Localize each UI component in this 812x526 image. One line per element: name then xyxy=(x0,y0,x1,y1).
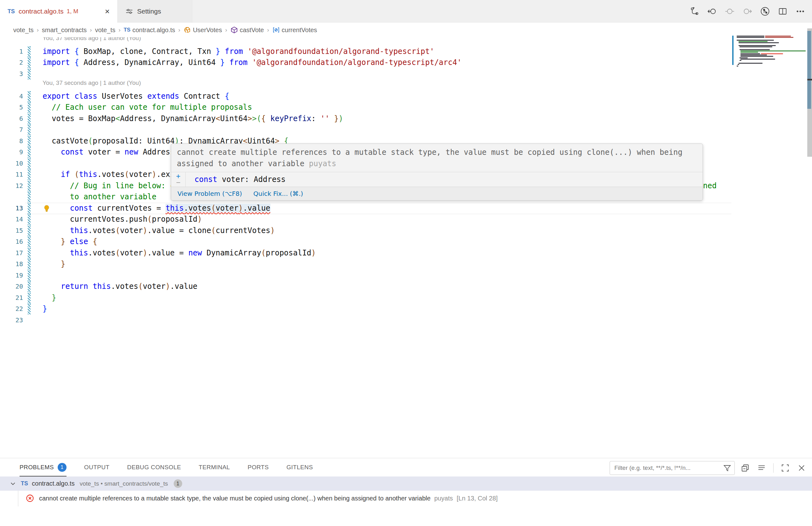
minimap-line xyxy=(740,51,806,52)
breadcrumb-label: smart_contracts xyxy=(42,27,87,34)
code-line-20[interactable]: 20 return this.votes(voter).value xyxy=(0,281,731,292)
line-number[interactable]: 5 xyxy=(0,102,23,113)
code-line-22[interactable]: 22} xyxy=(0,303,731,315)
symbol-method-icon xyxy=(230,26,238,34)
more-actions-icon[interactable] xyxy=(794,5,807,18)
tab-problem-decoration: 1, M xyxy=(67,8,78,15)
gutter-modified-indicator xyxy=(28,237,31,247)
gutter-modified-indicator xyxy=(28,158,31,169)
panel-tab-debug-console[interactable]: DEBUG CONSOLE xyxy=(127,458,181,477)
breadcrumb-item-castVote[interactable]: ›castVote xyxy=(222,26,264,34)
code-line-14[interactable]: 14 currentVotes.push(proposalId) xyxy=(0,214,731,225)
breadcrumb-item-currentVotes[interactable]: ›currentVotes xyxy=(264,26,317,34)
panel-tab-gitlens[interactable]: GITLENS xyxy=(287,458,313,477)
breadcrumb-separator: › xyxy=(267,27,269,33)
source-control-compare-icon[interactable] xyxy=(688,5,701,18)
minimap[interactable] xyxy=(735,35,806,76)
maximize-panel-icon[interactable] xyxy=(779,461,792,474)
line-number[interactable]: 19 xyxy=(0,270,23,281)
problems-error-row[interactable]: cannot create multiple references to a m… xyxy=(0,491,812,506)
line-number[interactable]: 16 xyxy=(0,236,23,247)
breadcrumb-item-vote_ts[interactable]: vote_ts xyxy=(13,27,33,34)
code-line-21[interactable]: 21 } xyxy=(0,292,731,304)
line-number[interactable]: 20 xyxy=(0,281,23,292)
error-message: cannot create multiple references to a m… xyxy=(39,495,431,502)
line-number[interactable]: 10 xyxy=(0,158,23,169)
tab-contract-algo-ts[interactable]: TS contract.algo.ts 1, M × xyxy=(0,0,117,23)
view-problem-link[interactable]: View Problem (⌥F8) xyxy=(177,190,242,197)
code-editor[interactable]: You, 37 seconds ago | 1 author (You)1imp… xyxy=(0,37,812,458)
line-number[interactable]: 2 xyxy=(0,57,23,68)
breadcrumb-item-smart_contracts[interactable]: ›smart_contracts xyxy=(33,27,87,34)
view-as-table-icon[interactable] xyxy=(755,461,768,474)
filter-input[interactable] xyxy=(614,465,723,471)
line-number[interactable]: 7 xyxy=(0,124,23,136)
typescript-file-icon: TS xyxy=(8,8,15,15)
code-text: // Each user can vote for multiple propo… xyxy=(43,102,252,113)
line-number[interactable]: 12 xyxy=(0,180,23,192)
commit-graph-icon[interactable] xyxy=(758,5,772,18)
line-number[interactable]: 21 xyxy=(0,292,23,304)
breadcrumb-separator: › xyxy=(90,27,92,33)
problems-filter[interactable] xyxy=(610,461,735,475)
minimap-line xyxy=(738,64,739,65)
panel-tab-ports[interactable]: PORTS xyxy=(248,458,269,477)
code-line-2[interactable]: 2import { Address, DynamicArray, Uint64 … xyxy=(0,57,731,68)
error-squiggle-span[interactable]: this.votes(voter).value xyxy=(165,204,270,213)
symbol-class-icon xyxy=(184,26,191,34)
code-line-6[interactable]: 6 votes = BoxMap<Address, DynamicArray<U… xyxy=(0,113,731,125)
quick-fix-link[interactable]: Quick Fix... (⌘.) xyxy=(253,190,303,197)
panel-tab-problems[interactable]: PROBLEMS1 xyxy=(19,458,67,477)
panel-tab-terminal[interactable]: TERMINAL xyxy=(199,458,230,477)
line-number[interactable]: 6 xyxy=(0,113,23,125)
code-line-19[interactable]: 19 xyxy=(0,270,731,281)
code-line-16[interactable]: 16 } else { xyxy=(0,236,731,247)
close-tab-icon[interactable]: × xyxy=(101,7,110,15)
code-line-13[interactable]: 13 const currentVotes = this.votes(voter… xyxy=(0,203,731,214)
gutter-modified-indicator xyxy=(28,91,31,102)
breadcrumb-item-vote_ts[interactable]: ›vote_ts xyxy=(87,27,115,34)
line-number[interactable]: 22 xyxy=(0,303,23,315)
line-number[interactable]: 18 xyxy=(0,259,23,270)
decrease-verbosity-icon[interactable]: − xyxy=(176,180,180,186)
tab-settings[interactable]: Settings xyxy=(117,0,192,23)
code-line-18[interactable]: 18 } xyxy=(0,259,731,270)
panel-tab-output[interactable]: OUTPUT xyxy=(84,458,110,477)
line-number[interactable]: 13 xyxy=(0,203,23,214)
scrollbar-thumb[interactable] xyxy=(807,31,811,109)
code-line-7[interactable]: 7 xyxy=(0,124,731,136)
line-number[interactable]: 9 xyxy=(0,147,23,158)
problems-file-row[interactable]: TS contract.algo.ts vote_ts • smart_cont… xyxy=(0,477,812,491)
panel-tab-label: DEBUG CONSOLE xyxy=(127,464,181,471)
code-line-3[interactable]: 3 xyxy=(0,68,731,80)
filter-icon xyxy=(723,464,731,472)
code-line-15[interactable]: 15 this.votes(voter).value = clone(curre… xyxy=(0,225,731,237)
code-line-5[interactable]: 5 // Each user can vote for multiple pro… xyxy=(0,102,731,113)
collapse-all-icon[interactable] xyxy=(739,461,752,474)
line-number[interactable]: 14 xyxy=(0,214,23,225)
codelens-blame[interactable]: You, 37 seconds ago | 1 author (You) xyxy=(43,80,141,86)
minimap-modified-bar xyxy=(732,35,734,65)
line-number[interactable]: 17 xyxy=(0,247,23,259)
line-number[interactable]: 4 xyxy=(0,91,23,102)
close-panel-icon[interactable] xyxy=(795,461,808,474)
code-line-23[interactable]: 23 xyxy=(0,315,731,326)
line-number[interactable]: 1 xyxy=(0,46,23,57)
breadcrumb-item-contract.algo.ts[interactable]: ›TScontract.algo.ts xyxy=(115,27,175,34)
hover-verbosity-controls: + − xyxy=(171,172,186,187)
bottom-panel: PROBLEMS1OUTPUTDEBUG CONSOLETERMINALPORT… xyxy=(0,458,812,526)
code-line-17[interactable]: 17 this.votes(voter).value = new Dynamic… xyxy=(0,247,731,259)
split-editor-icon[interactable] xyxy=(776,5,789,18)
breadcrumb-item-UserVotes[interactable]: ›UserVotes xyxy=(175,26,222,34)
line-number[interactable]: 8 xyxy=(0,136,23,147)
chevron-down-icon[interactable] xyxy=(10,480,16,487)
line-number[interactable]: 3 xyxy=(0,68,23,80)
codelens-blame[interactable]: You, 37 seconds ago | 1 author (You) xyxy=(43,37,141,42)
code-line-1[interactable]: 1import { BoxMap, clone, Contract, Txn }… xyxy=(0,46,731,57)
code-line-4[interactable]: 4export class UserVotes extends Contract… xyxy=(0,91,731,102)
minimap-line xyxy=(737,37,764,38)
previous-change-icon[interactable] xyxy=(706,5,719,18)
line-number[interactable]: 11 xyxy=(0,169,23,180)
line-number[interactable]: 23 xyxy=(0,315,23,326)
line-number[interactable]: 15 xyxy=(0,225,23,237)
